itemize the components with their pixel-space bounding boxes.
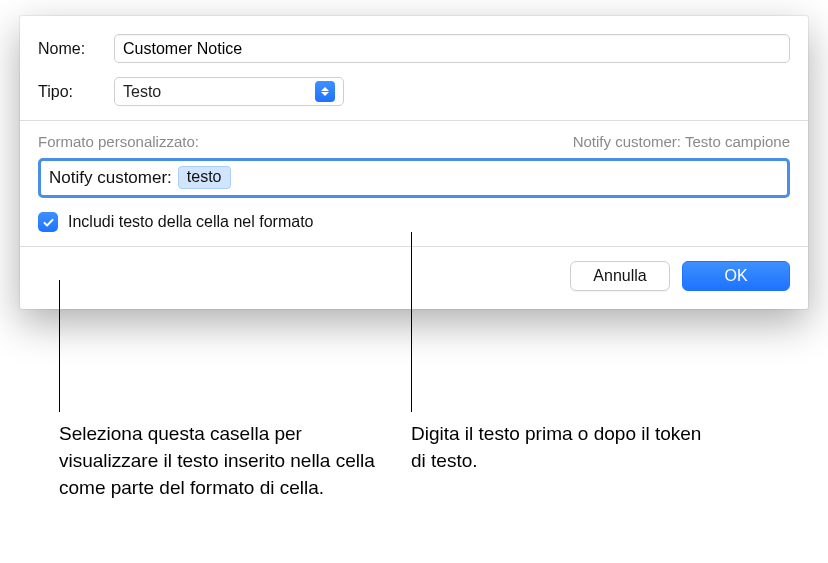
callout-text-left: Seleziona questa casella per visualizzar…	[59, 420, 389, 501]
format-prefix-text: Notify customer:	[49, 168, 172, 188]
callout-text-right: Digita il testo prima o dopo il token di…	[411, 420, 711, 474]
checkmark-icon	[42, 216, 55, 229]
format-token[interactable]: testo	[178, 166, 231, 189]
callout-line	[59, 280, 60, 412]
stepper-arrows-icon	[315, 81, 335, 102]
type-row: Tipo: Testo	[38, 77, 790, 106]
chevron-up-icon	[321, 87, 329, 91]
format-field[interactable]: Notify customer: testo	[38, 158, 790, 198]
callout-line	[411, 232, 412, 412]
format-preview: Notify customer: Testo campione	[573, 133, 790, 150]
ok-button[interactable]: OK	[682, 261, 790, 291]
dialog-top-section: Nome: Tipo: Testo	[20, 16, 808, 120]
cancel-button-label: Annulla	[593, 267, 646, 285]
format-header: Formato personalizzato: Notify customer:…	[38, 133, 790, 150]
dialog-mid-section: Formato personalizzato: Notify customer:…	[20, 121, 808, 246]
ok-button-label: OK	[724, 267, 747, 285]
type-select-wrap: Testo	[114, 77, 344, 106]
type-label: Tipo:	[38, 83, 114, 101]
type-select[interactable]: Testo	[114, 77, 344, 106]
cancel-button[interactable]: Annulla	[570, 261, 670, 291]
format-label: Formato personalizzato:	[38, 133, 199, 150]
name-input[interactable]	[114, 34, 790, 63]
name-row: Nome:	[38, 34, 790, 63]
include-checkbox[interactable]	[38, 212, 58, 232]
type-select-value: Testo	[123, 83, 161, 101]
include-checkbox-label: Includi testo della cella nel formato	[68, 213, 313, 231]
dialog-button-row: Annulla OK	[20, 247, 808, 309]
include-checkbox-row: Includi testo della cella nel formato	[38, 212, 790, 232]
chevron-down-icon	[321, 92, 329, 96]
format-dialog: Nome: Tipo: Testo Formato personalizzato…	[20, 16, 808, 309]
name-label: Nome:	[38, 40, 114, 58]
